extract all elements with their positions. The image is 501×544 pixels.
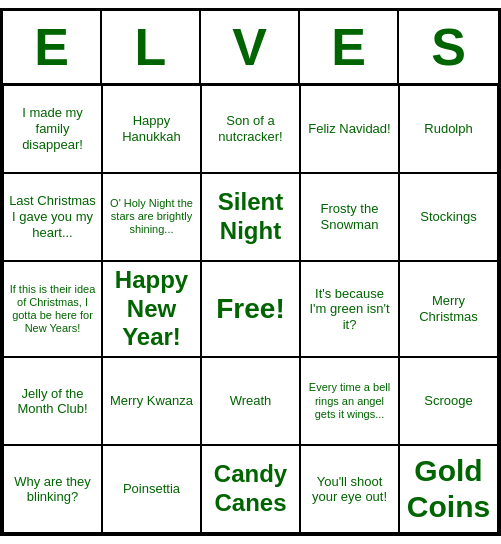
header-letter-v: V <box>201 11 300 83</box>
header-letter-e: E <box>3 11 102 83</box>
bingo-cell-r1-c2: Silent Night <box>201 173 300 261</box>
bingo-cell-r0-c4: Rudolph <box>399 85 498 173</box>
bingo-header: ELVES <box>3 11 498 83</box>
bingo-grid: I made my family disappear!Happy Hanukka… <box>3 83 498 533</box>
bingo-cell-r1-c3: Frosty the Snowman <box>300 173 399 261</box>
bingo-cell-r2-c0: If this is their idea of Christmas, I go… <box>3 261 102 357</box>
bingo-cell-r0-c3: Feliz Navidad! <box>300 85 399 173</box>
bingo-cell-r0-c2: Son of a nutcracker! <box>201 85 300 173</box>
bingo-cell-r0-c0: I made my family disappear! <box>3 85 102 173</box>
header-letter-l: L <box>102 11 201 83</box>
bingo-cell-r3-c3: Every time a bell rings an angel gets it… <box>300 357 399 445</box>
bingo-cell-r2-c4: Merry Christmas <box>399 261 498 357</box>
bingo-cell-r1-c1: O' Holy Night the stars are brightly shi… <box>102 173 201 261</box>
bingo-cell-r4-c4: Gold Coins <box>399 445 498 533</box>
header-letter-e: E <box>300 11 399 83</box>
bingo-cell-r3-c0: Jelly of the Month Club! <box>3 357 102 445</box>
bingo-cell-r2-c2: Free! <box>201 261 300 357</box>
bingo-cell-r4-c2: Candy Canes <box>201 445 300 533</box>
bingo-cell-r4-c3: You'll shoot your eye out! <box>300 445 399 533</box>
bingo-cell-r1-c4: Stockings <box>399 173 498 261</box>
bingo-card: ELVES I made my family disappear!Happy H… <box>0 8 501 536</box>
bingo-cell-r2-c3: It's because I'm green isn't it? <box>300 261 399 357</box>
bingo-cell-r1-c0: Last Christmas I gave you my heart... <box>3 173 102 261</box>
header-letter-s: S <box>399 11 498 83</box>
bingo-cell-r2-c1: Happy New Year! <box>102 261 201 357</box>
bingo-cell-r3-c1: Merry Kwanza <box>102 357 201 445</box>
bingo-cell-r0-c1: Happy Hanukkah <box>102 85 201 173</box>
bingo-cell-r4-c1: Poinsettia <box>102 445 201 533</box>
bingo-cell-r3-c4: Scrooge <box>399 357 498 445</box>
bingo-cell-r4-c0: Why are they blinking? <box>3 445 102 533</box>
bingo-cell-r3-c2: Wreath <box>201 357 300 445</box>
